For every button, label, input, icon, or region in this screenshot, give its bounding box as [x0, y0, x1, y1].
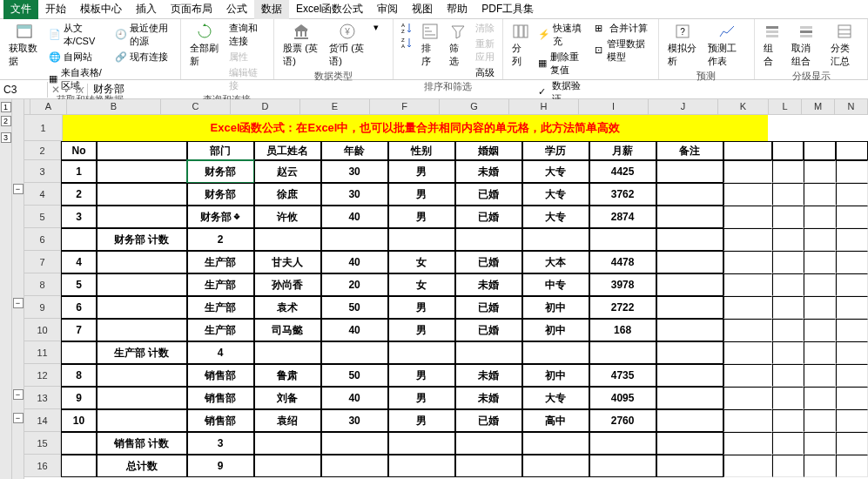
cell[interactable] — [522, 228, 589, 251]
cell[interactable] — [772, 432, 804, 455]
cell[interactable]: 3 — [61, 206, 97, 228]
header-cell[interactable]: 年龄 — [321, 141, 388, 160]
cell[interactable]: 50 — [321, 364, 388, 387]
cell[interactable] — [836, 319, 868, 341]
col-header-H[interactable]: H — [509, 99, 579, 114]
col-header-D[interactable]: D — [231, 99, 300, 114]
cell[interactable] — [97, 206, 187, 228]
cell[interactable] — [836, 387, 868, 409]
cell[interactable] — [656, 409, 723, 432]
cell[interactable] — [656, 206, 723, 228]
cell[interactable] — [656, 455, 723, 477]
formula-input[interactable]: 财务部 — [88, 80, 868, 98]
cell[interactable]: 40 — [321, 319, 388, 341]
cell[interactable] — [388, 228, 455, 251]
header-cell[interactable] — [97, 141, 187, 160]
cell[interactable] — [723, 228, 772, 251]
btn-datatype-more[interactable]: ▾ — [372, 21, 387, 35]
row-header[interactable]: 7 — [24, 251, 61, 273]
cell[interactable]: 甘夫人 — [254, 251, 321, 273]
row-header[interactable]: 10 — [24, 319, 61, 341]
cell[interactable]: 2760 — [589, 409, 656, 432]
cell[interactable]: 4 — [187, 341, 254, 364]
select-all-corner[interactable] — [24, 99, 30, 115]
cell[interactable] — [723, 387, 772, 409]
cell[interactable]: 已婚 — [455, 319, 522, 341]
col-header-J[interactable]: J — [649, 99, 718, 114]
tab-formula[interactable]: 公式 — [219, 0, 254, 19]
cell[interactable] — [836, 409, 868, 432]
cell[interactable] — [723, 341, 772, 364]
btn-props[interactable]: 属性 — [227, 50, 268, 64]
cell[interactable] — [772, 160, 804, 183]
col-header-B[interactable]: B — [67, 99, 161, 114]
cell[interactable] — [97, 183, 187, 206]
cell[interactable] — [455, 341, 522, 364]
cell[interactable]: 1 — [61, 160, 97, 183]
cell[interactable]: 男 — [388, 206, 455, 228]
cell[interactable] — [656, 273, 723, 296]
cell[interactable]: 中专 — [522, 273, 589, 296]
btn-removedup[interactable]: ▦删除重复值 — [536, 50, 589, 78]
tab-view[interactable]: 视图 — [405, 0, 440, 19]
cell[interactable]: 4 — [61, 251, 97, 273]
cell[interactable]: 未婚 — [455, 273, 522, 296]
row-header[interactable]: 3 — [24, 160, 61, 183]
btn-fromtext[interactable]: 📄从文本/CSV — [47, 21, 111, 49]
cell[interactable] — [656, 319, 723, 341]
cell[interactable] — [804, 319, 836, 341]
header-cell[interactable]: 性别 — [388, 141, 455, 160]
cell[interactable] — [804, 387, 836, 409]
col-header-A[interactable]: A — [30, 99, 67, 114]
btn-currency[interactable]: ¥货币 (英语) — [326, 21, 368, 70]
cell[interactable] — [804, 455, 836, 477]
cell[interactable] — [522, 455, 589, 477]
tab-data[interactable]: 数据 — [254, 0, 289, 19]
row-header[interactable]: 12 — [24, 364, 61, 387]
cell[interactable]: 已婚 — [455, 206, 522, 228]
cell[interactable] — [723, 206, 772, 228]
tab-pagelayout[interactable]: 页面布局 — [164, 0, 219, 19]
cell[interactable]: 4478 — [589, 251, 656, 273]
cell[interactable]: 大本 — [522, 251, 589, 273]
cell[interactable] — [61, 455, 97, 477]
cell[interactable] — [254, 455, 321, 477]
cell[interactable]: 总计数 — [97, 455, 187, 477]
cell[interactable]: 3978 — [589, 273, 656, 296]
cell[interactable] — [772, 319, 804, 341]
cell[interactable] — [772, 364, 804, 387]
cell[interactable]: 孙尚香 — [254, 273, 321, 296]
outline-level-1[interactable]: 1 — [1, 102, 11, 112]
outline-level-2[interactable]: 2 — [1, 116, 11, 126]
cell[interactable] — [723, 364, 772, 387]
btn-queryconn[interactable]: 查询和连接 — [227, 21, 268, 49]
cell[interactable]: 10 — [61, 409, 97, 432]
dept-cell[interactable]: 销售部 — [187, 387, 254, 409]
cell[interactable]: 男 — [388, 183, 455, 206]
fx-icon[interactable]: fx — [76, 84, 84, 96]
cell[interactable]: 2 — [187, 228, 254, 251]
cell[interactable] — [97, 273, 187, 296]
name-box[interactable]: C3 — [0, 82, 48, 98]
row-header[interactable]: 14 — [24, 409, 61, 432]
header-cell[interactable]: 学历 — [522, 141, 589, 160]
outline-collapse-total[interactable]: − — [13, 413, 24, 423]
cell[interactable] — [836, 341, 868, 364]
row-header[interactable]: 15 — [24, 432, 61, 455]
cell[interactable] — [589, 341, 656, 364]
cell[interactable]: 30 — [321, 409, 388, 432]
cell[interactable] — [97, 251, 187, 273]
cell[interactable]: 男 — [388, 364, 455, 387]
cell[interactable] — [589, 432, 656, 455]
cell[interactable] — [772, 409, 804, 432]
cell[interactable] — [589, 228, 656, 251]
cell[interactable]: 许攸 — [254, 206, 321, 228]
cell[interactable]: 徐庶 — [254, 183, 321, 206]
cell[interactable] — [321, 455, 388, 477]
btn-consolidate[interactable]: ⊞合并计算 — [593, 21, 653, 36]
btn-sort-asc[interactable]: AZ — [399, 21, 414, 35]
cell[interactable] — [772, 341, 804, 364]
row-header[interactable]: 4 — [24, 183, 61, 206]
outline-collapse[interactable]: − — [13, 184, 24, 194]
btn-reapply[interactable]: 重新应用 — [474, 37, 497, 64]
